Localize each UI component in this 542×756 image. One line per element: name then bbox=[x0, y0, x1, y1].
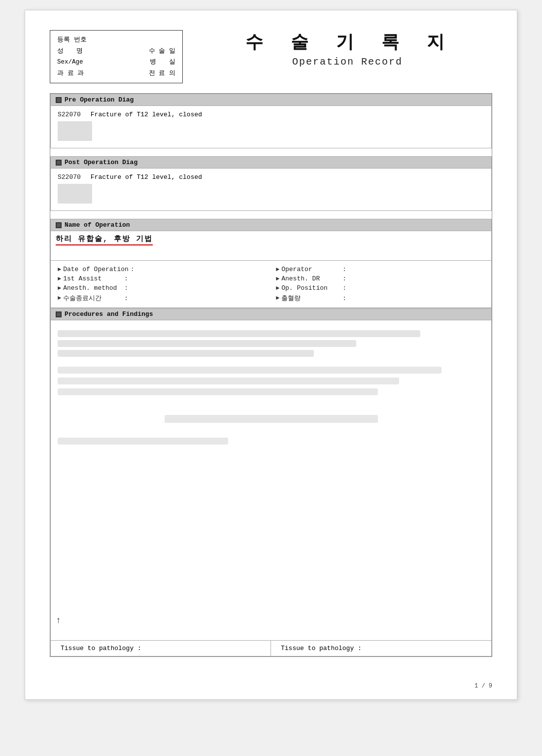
post-op-label: Post Operation Diag bbox=[65, 159, 137, 166]
post-op-section: Post Operation Diag S22070 Fracture of T… bbox=[50, 156, 492, 211]
field-end-time: ► 수술종료시간 : bbox=[58, 294, 266, 303]
bottom-section: Tissue to pathology : Tissue to patholog… bbox=[50, 641, 492, 656]
blur-2 bbox=[58, 340, 356, 347]
arrow-4: ► bbox=[58, 295, 61, 302]
post-op-diag-row: S22070 Fracture of T12 level, closed bbox=[58, 173, 484, 181]
anesth-method-colon: : bbox=[124, 284, 128, 292]
field-anesth-method: ► Anesth. method : bbox=[58, 284, 266, 292]
reg-number-label: 등록 번호 bbox=[57, 34, 87, 46]
blur-center-block bbox=[58, 415, 484, 423]
blur-4 bbox=[58, 367, 441, 374]
op-position-value bbox=[348, 288, 484, 288]
fields-section: ► Date of Operation : ► 1st Assist : bbox=[50, 261, 492, 308]
anesth-dr-value bbox=[348, 278, 484, 279]
blood-loss-colon: : bbox=[342, 295, 346, 302]
info-row-2: 성 명 수 술 일 bbox=[57, 46, 175, 57]
date-op-value bbox=[136, 269, 266, 270]
field-blood-loss: ► 출혈량 : bbox=[276, 294, 484, 303]
title-area: 수 술 기 록 지 Operation Record bbox=[183, 30, 492, 68]
field-op-position: ► Op. Position : bbox=[276, 284, 484, 292]
info-row-3: Sex/Age 병 실 bbox=[57, 57, 175, 68]
english-title: Operation Record bbox=[203, 56, 492, 68]
procedures-section: Procedures and Findings bbox=[50, 308, 492, 641]
tissue-right-cell: Tissue to pathology : bbox=[271, 641, 491, 656]
doctor-label: 전 료 의 bbox=[149, 68, 175, 79]
blur-center bbox=[165, 415, 378, 423]
blood-loss-label: 출혈량 bbox=[281, 294, 340, 303]
arrow-2: ► bbox=[58, 275, 61, 282]
arrow-3: ► bbox=[58, 285, 61, 292]
procedures-label: Procedures and Findings bbox=[65, 310, 153, 318]
procedures-text-area bbox=[58, 330, 484, 445]
arrow-8: ► bbox=[276, 295, 279, 302]
assist-label: 1st Assist bbox=[63, 275, 122, 282]
page-number: 1 / 9 bbox=[474, 683, 492, 689]
tissue-right-label: Tissue to pathology : bbox=[281, 645, 362, 652]
op-position-label: Op. Position bbox=[281, 284, 340, 292]
pre-op-diag-row: S22070 Fracture of T12 level, closed bbox=[58, 111, 484, 118]
procedures-icon bbox=[56, 311, 62, 317]
arrow-1: ► bbox=[58, 266, 61, 273]
pre-op-section: Pre Operation Diag S22070 Fracture of T1… bbox=[50, 94, 492, 148]
blur-3 bbox=[58, 350, 314, 357]
pre-op-label: Pre Operation Diag bbox=[65, 96, 134, 103]
arrow-6: ► bbox=[276, 275, 279, 282]
tissue-left-label: Tissue to pathology : bbox=[61, 645, 141, 652]
post-op-description: Fracture of T12 level, closed bbox=[91, 173, 202, 181]
op-name-value: 하리 유합술, 후방 기법 bbox=[56, 234, 153, 245]
op-name-header: Name of Operation bbox=[50, 219, 492, 231]
anesth-method-label: Anesth. method bbox=[63, 284, 122, 292]
ward-label: 병 실 bbox=[150, 57, 175, 68]
op-name-icon bbox=[56, 222, 62, 228]
end-time-label: 수술종료시간 bbox=[63, 294, 122, 303]
end-time-colon: : bbox=[124, 295, 128, 302]
reg-number-value bbox=[171, 34, 175, 46]
post-op-header: Post Operation Diag bbox=[50, 156, 492, 169]
end-time-value bbox=[130, 298, 266, 299]
anesth-dr-label: Anesth. DR bbox=[281, 275, 340, 282]
anesth-dr-colon: : bbox=[342, 275, 346, 282]
pre-op-description: Fracture of T12 level, closed bbox=[91, 111, 202, 118]
post-op-code: S22070 bbox=[58, 173, 81, 181]
op-name-extra bbox=[56, 247, 486, 257]
operator-label: Operator bbox=[281, 266, 340, 273]
field-1st-assist: ► 1st Assist : bbox=[58, 275, 266, 282]
tick-mark: ↑ bbox=[56, 616, 61, 625]
pre-op-header: Pre Operation Diag bbox=[50, 94, 492, 106]
pre-op-code: S22070 bbox=[58, 111, 81, 118]
post-op-icon bbox=[56, 160, 62, 166]
pre-op-icon bbox=[56, 97, 62, 103]
date-op-label: Date of Operation bbox=[63, 266, 129, 273]
field-operator: ► Operator : bbox=[276, 266, 484, 273]
header: 등록 번호 성 명 수 술 일 Sex/Age 병 실 과 료 과 전 료 의 … bbox=[50, 30, 492, 83]
blur-1 bbox=[58, 330, 420, 337]
surgery-date-label: 수 술 일 bbox=[149, 46, 175, 57]
field-anesth-dr: ► Anesth. DR : bbox=[276, 275, 484, 282]
fields-content: ► Date of Operation : ► 1st Assist : bbox=[50, 261, 492, 308]
pre-op-content: S22070 Fracture of T12 level, closed bbox=[50, 106, 492, 148]
info-row-4: 과 료 과 전 료 의 bbox=[57, 68, 175, 79]
blur-6 bbox=[58, 388, 378, 395]
pre-op-blurred bbox=[58, 121, 92, 141]
main-content: Pre Operation Diag S22070 Fracture of T1… bbox=[50, 93, 492, 657]
korean-title: 수 술 기 록 지 bbox=[203, 30, 492, 54]
field-date-op: ► Date of Operation : bbox=[58, 266, 266, 273]
post-op-content: S22070 Fracture of T12 level, closed bbox=[50, 169, 492, 211]
procedures-content: ↑ bbox=[50, 320, 492, 641]
info-row-1: 등록 번호 bbox=[57, 34, 175, 46]
arrow-5: ► bbox=[276, 266, 279, 273]
op-name-section: Name of Operation 하리 유합술, 후방 기법 bbox=[50, 219, 492, 261]
post-op-blurred bbox=[58, 184, 92, 204]
dept-label: 과 료 과 bbox=[57, 68, 84, 79]
sex-age-label: Sex/Age bbox=[57, 57, 83, 68]
fields-grid: ► Date of Operation : ► 1st Assist : bbox=[58, 266, 484, 303]
op-position-colon: : bbox=[342, 284, 346, 292]
name-label: 성 명 bbox=[57, 46, 83, 57]
blur-5 bbox=[58, 378, 399, 384]
op-name-label: Name of Operation bbox=[65, 221, 130, 229]
blur-7 bbox=[58, 438, 228, 445]
page-container: 등록 번호 성 명 수 술 일 Sex/Age 병 실 과 료 과 전 료 의 … bbox=[25, 10, 517, 700]
tissue-left-cell: Tissue to pathology : bbox=[51, 641, 271, 656]
patient-info-box: 등록 번호 성 명 수 술 일 Sex/Age 병 실 과 료 과 전 료 의 bbox=[50, 30, 183, 83]
date-op-colon: : bbox=[131, 266, 135, 273]
